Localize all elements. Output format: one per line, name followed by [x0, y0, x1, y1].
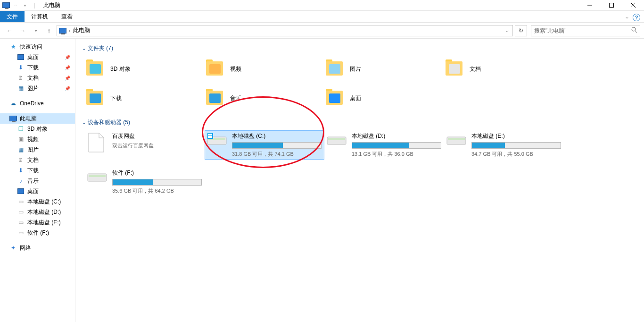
- search-box[interactable]: [531, 25, 640, 36]
- drive-item[interactable]: 本地磁盘 (C:)31.8 GB 可用，共 74.1 GB: [205, 130, 324, 160]
- help-icon[interactable]: ?: [633, 14, 640, 21]
- nav-pane: ★ 快速访问 桌面 📌 ⬇ 下载 📌 🗎 文档 📌 ▦ 图片 📌 ☁ OneDr…: [0, 39, 75, 322]
- nav-pictures[interactable]: ▦ 图片 📌: [0, 83, 75, 93]
- tab-computer[interactable]: 计算机: [25, 11, 55, 22]
- item-name: 百度网盘: [112, 132, 203, 140]
- nav-documents[interactable]: 🗎 文档 📌: [0, 73, 75, 83]
- folder-label: 音乐: [230, 94, 241, 102]
- back-button[interactable]: ←: [4, 25, 15, 36]
- nav-3d-objects[interactable]: ❒ 3D 对象: [0, 124, 75, 134]
- folder-item[interactable]: 3D 对象: [85, 56, 205, 82]
- nav-onedrive[interactable]: ☁ OneDrive: [0, 98, 75, 109]
- drive-usage-bar: [232, 142, 322, 149]
- nav-label: 桌面: [27, 187, 39, 195]
- drive-usage-bar: [112, 179, 202, 186]
- nav-this-pc[interactable]: 此电脑: [0, 113, 75, 124]
- hdd-icon: [446, 132, 467, 149]
- nav-drive-d[interactable]: ▭ 本地磁盘 (D:): [0, 207, 75, 217]
- drive-item[interactable]: 本地磁盘 (E:)34.7 GB 可用，共 55.0 GB: [444, 130, 564, 160]
- maximize-button[interactable]: [601, 0, 622, 11]
- search-icon[interactable]: [628, 27, 640, 34]
- document-icon: 🗎: [17, 74, 25, 82]
- group-drives-header[interactable]: ⌄ 设备和驱动器 (5): [82, 119, 639, 127]
- nav-desktop[interactable]: 桌面 📌: [0, 52, 75, 62]
- hdd-icon: [87, 169, 107, 186]
- baidu-netdisk-item[interactable]: 百度网盘双击运行百度网盘: [85, 130, 205, 160]
- nav-pictures2[interactable]: ▦ 图片: [0, 144, 75, 155]
- nav-downloads2[interactable]: ⬇ 下载: [0, 165, 75, 176]
- nav-network[interactable]: ✦ 网络: [0, 243, 75, 253]
- nav-quick-access[interactable]: ★ 快速访问: [0, 42, 75, 52]
- refresh-button[interactable]: ↻: [515, 25, 527, 36]
- divider-icon: |: [30, 1, 39, 9]
- drive-info: 13.1 GB 可用，共 36.0 GB: [352, 151, 442, 158]
- nav-drive-c[interactable]: ▭ 本地磁盘 (C:): [0, 196, 75, 207]
- document-icon: 🗎: [17, 156, 25, 164]
- star-icon: ★: [9, 43, 17, 51]
- forward-button[interactable]: →: [17, 25, 28, 36]
- title-bar: ▫ ▾ | 此电脑: [0, 0, 644, 11]
- folder-item[interactable]: 音乐: [205, 85, 324, 111]
- folder-label: 下载: [110, 94, 122, 102]
- drive-info: 35.6 GB 可用，共 64.2 GB: [112, 187, 203, 195]
- nav-videos[interactable]: ▣ 视频: [0, 134, 75, 144]
- folder-label: 3D 对象: [110, 65, 131, 73]
- svg-rect-18: [89, 175, 106, 177]
- nav-drive-e[interactable]: ▭ 本地磁盘 (E:): [0, 217, 75, 228]
- folder-icon: [85, 59, 106, 79]
- folder-item[interactable]: 下载: [85, 85, 205, 111]
- up-button[interactable]: ↑: [43, 25, 55, 36]
- item-sub: 双击运行百度网盘: [112, 142, 203, 149]
- close-button[interactable]: [622, 0, 644, 11]
- qat-dropdown-icon[interactable]: ▾: [21, 1, 29, 9]
- svg-rect-12: [210, 136, 212, 138]
- picture-icon: ▦: [17, 146, 25, 153]
- cloud-icon: ☁: [9, 100, 17, 107]
- tab-file[interactable]: 文件: [0, 11, 25, 22]
- nav-label: 音乐: [27, 177, 39, 185]
- folder-item[interactable]: 文档: [444, 56, 564, 82]
- minimize-button[interactable]: [579, 0, 601, 11]
- folder-icon: [444, 59, 465, 79]
- nav-label: OneDrive: [20, 100, 44, 107]
- drive-info: 31.8 GB 可用，共 74.1 GB: [232, 151, 322, 158]
- address-bar[interactable]: › 此电脑 ⌵: [57, 25, 513, 36]
- folder-grid: 3D 对象视频图片文档下载音乐桌面: [85, 56, 639, 111]
- nav-documents2[interactable]: 🗎 文档: [0, 155, 75, 165]
- chevron-right-icon[interactable]: ›: [67, 27, 71, 34]
- tab-view[interactable]: 查看: [55, 11, 79, 22]
- hdd-icon: [326, 132, 347, 149]
- folder-icon: [324, 59, 345, 79]
- folder-item[interactable]: 视频: [205, 56, 324, 82]
- chevron-down-icon: ⌄: [82, 120, 86, 125]
- ribbon-collapse-icon[interactable]: ⌵: [621, 14, 633, 19]
- drive-icon: ▭: [17, 208, 25, 216]
- nav-label: 文档: [27, 74, 39, 82]
- nav-label: 图片: [27, 85, 39, 93]
- breadcrumb-this-pc[interactable]: 此电脑: [71, 26, 92, 34]
- group-folders-header[interactable]: ⌄ 文件夹 (7): [82, 44, 639, 52]
- window-title: 此电脑: [43, 1, 60, 9]
- recent-locations-button[interactable]: ▾: [30, 25, 41, 36]
- nav-drive-f[interactable]: ▭ 软件 (F:): [0, 228, 75, 238]
- drive-icon: ▭: [17, 219, 25, 226]
- pin-icon: 📌: [65, 55, 70, 60]
- svg-rect-1: [610, 3, 614, 8]
- folder-item[interactable]: 桌面: [324, 85, 444, 111]
- nav-downloads[interactable]: ⬇ 下载 📌: [0, 62, 75, 73]
- address-dropdown-icon[interactable]: ⌵: [503, 28, 512, 33]
- network-icon: ✦: [9, 244, 17, 252]
- nav-music[interactable]: ♪ 音乐: [0, 176, 75, 186]
- search-input[interactable]: [531, 27, 628, 34]
- nav-desktop2[interactable]: 桌面: [0, 186, 75, 196]
- drive-item[interactable]: 本地磁盘 (D:)13.1 GB 可用，共 36.0 GB: [324, 130, 444, 160]
- ribbon-tabs: 文件 计算机 查看 ⌵ ?: [0, 11, 644, 23]
- folder-item[interactable]: 图片: [324, 56, 444, 82]
- quick-access-toolbar: ▫ ▾ |: [0, 1, 41, 9]
- drive-item[interactable]: 软件 (F:)35.6 GB 可用，共 64.2 GB: [85, 167, 205, 196]
- nav-label: 本地磁盘 (E:): [27, 219, 61, 227]
- folder-icon: [324, 88, 345, 109]
- svg-rect-14: [328, 138, 345, 140]
- pin-icon: 📌: [65, 65, 70, 70]
- group-label: 文件夹 (7): [88, 44, 113, 52]
